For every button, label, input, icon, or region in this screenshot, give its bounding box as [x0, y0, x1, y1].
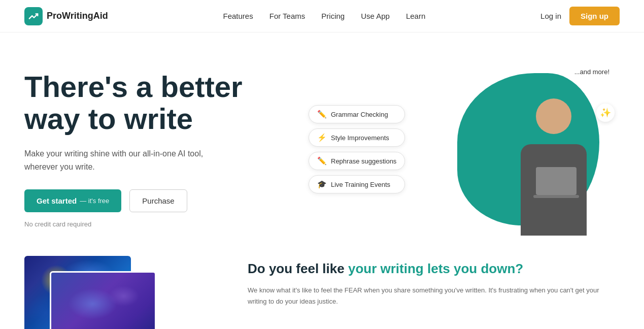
pill-style: ⚡ Style Improvements	[309, 128, 405, 147]
nav-for-teams[interactable]: For Teams	[269, 12, 306, 20]
section2-text: Do you feel like your writing lets you d…	[248, 256, 620, 307]
section2-description: We know what it's like to feel the FEAR …	[248, 285, 620, 307]
feature-pills-container: ✏️ Grammar Checking ⚡ Style Improvements…	[309, 105, 405, 193]
hero-image-area: ✏️ Grammar Checking ⚡ Style Improvements…	[309, 63, 620, 236]
pill-training: 🎓 Live Training Events	[309, 175, 405, 193]
section2: My idea in my head Do you feel like your…	[0, 256, 644, 329]
painting-card-2	[50, 271, 156, 329]
section2-image: My idea in my head	[24, 256, 217, 329]
navbar: ProWritingAid Features For Teams Pricing…	[0, 0, 644, 32]
signup-button[interactable]: Sign up	[569, 7, 620, 25]
hero-content: There's a better way to write Make your …	[24, 71, 288, 228]
person-body	[521, 144, 587, 236]
hero-title: There's a better way to write	[24, 71, 288, 136]
training-icon: 🎓	[317, 180, 327, 189]
no-credit-card-text: No credit card required	[24, 220, 288, 228]
nav-features[interactable]: Features	[223, 12, 253, 20]
logo-text: ProWritingAid	[47, 11, 108, 21]
get-started-button[interactable]: Get started — it's free	[24, 189, 121, 212]
laptop-prop	[536, 167, 577, 195]
nav-links: Features For Teams Pricing Use App Learn	[223, 12, 426, 21]
nav-pricing[interactable]: Pricing	[321, 12, 345, 20]
login-link[interactable]: Log in	[540, 12, 561, 20]
nav-actions: Log in Sign up	[540, 7, 620, 25]
section2-title: Do you feel like your writing lets you d…	[248, 261, 620, 277]
hero-section: There's a better way to write Make your …	[0, 32, 644, 256]
and-more-label: ...and more!	[574, 68, 609, 76]
hero-cta: Get started — it's free Purchase	[24, 189, 288, 212]
logo[interactable]: ProWritingAid	[24, 7, 108, 25]
purchase-button[interactable]: Purchase	[129, 189, 187, 212]
pill-rephrase: ✏️ Rephrase suggestions	[309, 152, 405, 170]
free-label: — it's free	[80, 197, 109, 205]
nav-use-app[interactable]: Use App	[361, 12, 390, 20]
style-icon: ⚡	[317, 133, 327, 142]
person-figure	[503, 88, 604, 236]
nav-learn[interactable]: Learn	[406, 12, 425, 20]
pill-grammar: ✏️ Grammar Checking	[309, 105, 405, 123]
person-head	[536, 98, 571, 134]
grammar-icon: ✏️	[317, 110, 327, 119]
hero-subtitle: Make your writing shine with our all-in-…	[24, 147, 217, 173]
rephrase-icon: ✏️	[317, 156, 327, 166]
sparkle-badge: ✨	[596, 104, 615, 122]
logo-icon	[24, 7, 43, 25]
